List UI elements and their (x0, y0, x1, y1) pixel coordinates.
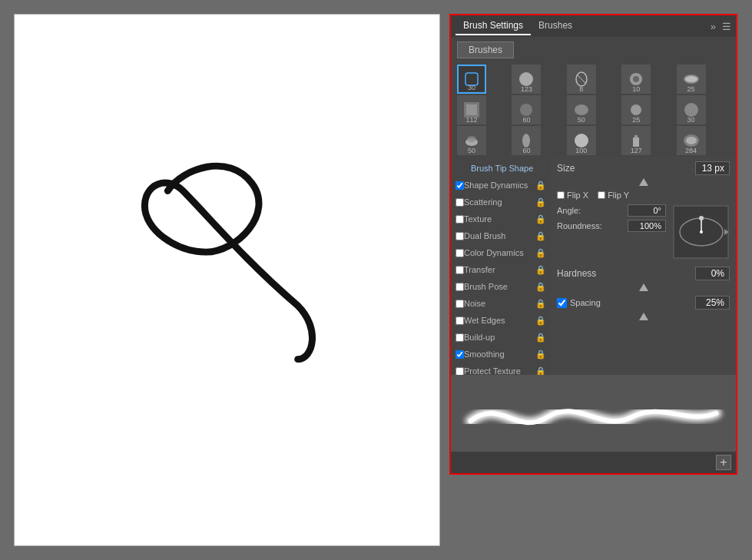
angle-value[interactable]: 0° (628, 204, 666, 217)
dual-brush-checkbox[interactable] (456, 232, 464, 240)
svg-point-10 (520, 104, 532, 116)
spacing-value: 25% (695, 296, 730, 310)
roundness-label: Roundness: (557, 221, 602, 230)
svg-point-12 (631, 104, 641, 115)
flip-row: Flip X Flip Y (557, 191, 730, 200)
spacing-label[interactable]: Spacing (557, 298, 601, 308)
color-dynamics-item[interactable]: Color Dynamics 🔒 (451, 244, 551, 261)
brush-preset-0[interactable]: 30 (457, 65, 486, 94)
color-dynamics-checkbox[interactable] (456, 249, 464, 257)
hardness-slider-row (557, 283, 730, 291)
angle-row: Angle: 0° (557, 204, 666, 217)
flip-y-checkbox[interactable] (598, 191, 605, 199)
build-up-item[interactable]: Build-up 🔒 (451, 329, 551, 346)
transfer-checkbox[interactable] (456, 266, 464, 274)
texture-item[interactable]: Texture 🔒 (451, 210, 551, 227)
panel-footer: + (451, 452, 736, 473)
brushes-row: Brushes (451, 37, 736, 63)
noise-lock-icon: 🔒 (535, 299, 546, 309)
svg-point-1 (519, 72, 533, 86)
wet-edges-checkbox[interactable] (456, 316, 464, 325)
dual-brush-item[interactable]: Dual Brush 🔒 (451, 227, 551, 244)
scattering-checkbox[interactable] (456, 198, 464, 207)
svg-point-7 (685, 76, 697, 82)
svg-rect-19 (634, 135, 638, 138)
spacing-slider-triangle[interactable] (639, 313, 648, 320)
roundness-value[interactable]: 100% (628, 220, 666, 232)
tab-brush-settings[interactable]: Brush Settings (456, 17, 531, 35)
brushes-button[interactable]: Brushes (457, 41, 514, 58)
scattering-label: Scattering (464, 197, 502, 207)
brush-presets-grid: 30 123 8 10 2 (451, 63, 736, 157)
brush-preset-10[interactable]: 50 (457, 126, 486, 155)
spacing-checkbox[interactable] (557, 298, 567, 308)
svg-point-17 (575, 134, 588, 147)
smoothing-item[interactable]: Smoothing 🔒 (451, 346, 551, 363)
wet-edges-item[interactable]: Wet Edges 🔒 (451, 312, 551, 329)
noise-checkbox[interactable] (456, 300, 464, 308)
svg-point-16 (522, 134, 530, 147)
protect-texture-checkbox[interactable] (456, 367, 464, 376)
smoothing-lock-icon: 🔒 (535, 350, 546, 360)
brush-preset-4[interactable]: 25 (677, 65, 706, 94)
scattering-item[interactable]: Scattering 🔒 (451, 194, 551, 210)
canvas-area[interactable] (14, 14, 440, 546)
svg-point-21 (686, 137, 697, 144)
svg-point-11 (575, 104, 588, 115)
flip-y-label[interactable]: Flip Y (598, 191, 629, 200)
brush-pose-lock-icon: 🔒 (535, 282, 546, 292)
size-value: 13 px (695, 161, 730, 175)
angle-dial-svg[interactable] (672, 204, 730, 260)
texture-lock-icon: 🔒 (535, 214, 546, 224)
brush-preset-3[interactable]: 10 (621, 65, 651, 94)
brush-preset-8[interactable]: 25 (621, 95, 651, 124)
panel-body: Brush Tip Shape Shape Dynamics 🔒 Scatter… (451, 157, 736, 375)
brush-preset-14[interactable]: 284 (677, 126, 706, 155)
brush-preset-5[interactable]: 112 (457, 95, 486, 124)
brush-pose-checkbox[interactable] (456, 283, 464, 291)
svg-line-3 (577, 75, 586, 84)
brush-preset-7[interactable]: 50 (567, 95, 596, 124)
color-dynamics-lock-icon: 🔒 (535, 248, 546, 258)
new-brush-button[interactable]: + (716, 455, 731, 470)
svg-point-5 (633, 76, 639, 82)
brush-stroke-preview (451, 375, 736, 452)
hardness-slider-triangle[interactable] (639, 283, 648, 291)
texture-checkbox[interactable] (456, 215, 464, 224)
brush-pose-item[interactable]: Brush Pose 🔒 (451, 278, 551, 295)
dual-brush-lock-icon: 🔒 (535, 231, 546, 241)
shape-dynamics-checkbox[interactable] (456, 181, 464, 190)
flip-x-checkbox[interactable] (557, 191, 565, 199)
brush-preset-13[interactable]: 127 (621, 126, 651, 155)
brush-preset-9[interactable]: 30 (677, 95, 706, 124)
smoothing-checkbox[interactable] (456, 350, 464, 359)
dual-brush-label: Dual Brush (464, 231, 505, 240)
spacing-row: Spacing 25% (557, 296, 730, 310)
size-slider-row (557, 178, 730, 186)
spacing-slider-row (557, 313, 730, 320)
noise-label: Noise (464, 299, 485, 308)
transfer-item[interactable]: Transfer 🔒 (451, 261, 551, 278)
size-slider-triangle[interactable] (639, 178, 648, 186)
shape-dynamics-label: Shape Dynamics (464, 181, 528, 190)
svg-point-25 (700, 230, 703, 234)
protect-texture-item[interactable]: Protect Texture 🔒 (451, 363, 551, 375)
flip-x-label[interactable]: Flip X (557, 191, 588, 200)
hardness-value: 0% (695, 267, 730, 280)
panel-menu-icon[interactable]: ☰ (722, 21, 731, 32)
brush-preset-11[interactable]: 60 (512, 126, 541, 155)
brush-preset-12[interactable]: 100 (567, 126, 596, 155)
transfer-lock-icon: 🔒 (535, 265, 546, 275)
shape-dynamics-item[interactable]: Shape Dynamics 🔒 (451, 177, 551, 194)
brush-stroke-svg (15, 15, 439, 545)
panel-collapse-icon[interactable]: » (711, 21, 716, 32)
build-up-checkbox[interactable] (456, 333, 464, 342)
brush-tip-shape-label: Brush Tip Shape (456, 162, 538, 174)
brush-preset-1[interactable]: 123 (512, 65, 541, 94)
brush-preset-6[interactable]: 60 (512, 95, 541, 124)
brush-tip-shape-item[interactable]: Brush Tip Shape (451, 160, 551, 177)
noise-item[interactable]: Noise 🔒 (451, 295, 551, 312)
build-up-label: Build-up (464, 333, 495, 342)
brush-preset-2[interactable]: 8 (567, 65, 596, 94)
tab-brushes[interactable]: Brushes (531, 17, 580, 35)
